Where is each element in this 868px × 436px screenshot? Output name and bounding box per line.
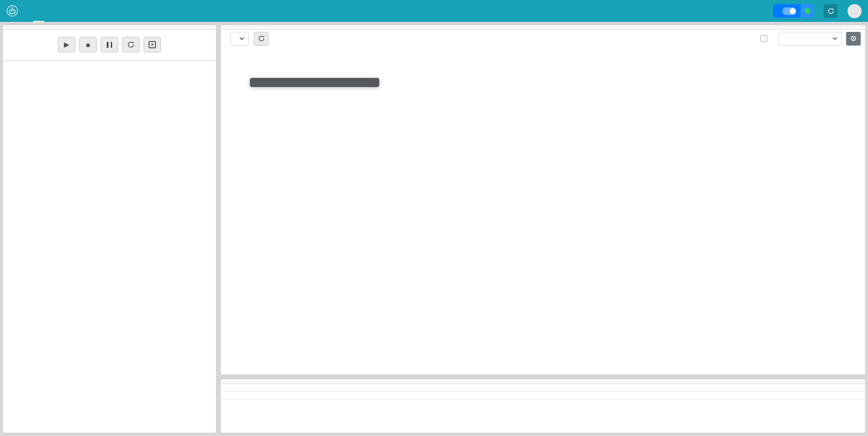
plot-config-select[interactable] xyxy=(778,32,842,46)
reload-icon xyxy=(127,41,134,48)
chart-tooltip xyxy=(250,78,379,87)
main-layout: ▶ ■ ✕ xyxy=(0,22,868,433)
pair-list[interactable] xyxy=(3,61,216,433)
robot-logo-icon xyxy=(6,5,18,17)
bot-status-segment xyxy=(801,4,814,18)
close-square-icon: ✕ xyxy=(149,41,156,48)
chart-panel: ⚙ xyxy=(220,25,866,375)
chevron-down-icon xyxy=(832,37,837,40)
open-trades-title xyxy=(221,379,865,384)
online-status-dot xyxy=(805,8,810,14)
open-trades-header-row xyxy=(221,384,865,392)
plot-settings-button[interactable]: ⚙ xyxy=(846,32,861,46)
brand[interactable] xyxy=(6,5,22,17)
pair-select[interactable] xyxy=(230,32,249,46)
play-button[interactable]: ▶ xyxy=(58,37,75,52)
play-icon: ▶ xyxy=(64,41,69,49)
chart-title xyxy=(221,25,865,30)
switch-knob xyxy=(790,8,796,14)
multi-pane-tabs xyxy=(3,57,216,61)
right-column: ⚙ xyxy=(220,25,866,433)
bot-controls: ▶ ■ ✕ xyxy=(3,30,216,57)
bot-selector[interactable] xyxy=(773,4,814,18)
bot-toggle-switch[interactable] xyxy=(782,7,796,15)
nav-link-trade[interactable] xyxy=(33,0,44,22)
reload-icon xyxy=(827,8,834,15)
chart-toolbar: ⚙ xyxy=(221,30,865,47)
open-trades-panel xyxy=(220,379,866,433)
pause-icon xyxy=(107,42,108,48)
reload-bot-button[interactable] xyxy=(824,4,837,18)
open-trades-empty-message xyxy=(221,392,865,400)
reload-icon xyxy=(258,35,265,42)
avatar[interactable] xyxy=(847,4,862,18)
stop-button[interactable]: ■ xyxy=(79,37,97,52)
refresh-chart-button[interactable] xyxy=(254,32,269,46)
price-chart-svg[interactable] xyxy=(221,57,864,367)
gear-icon: ⚙ xyxy=(850,34,857,43)
nav-link-dashboard[interactable] xyxy=(44,0,55,22)
chevron-down-icon xyxy=(239,37,244,40)
force-exit-button[interactable]: ✕ xyxy=(144,37,161,52)
nav-links xyxy=(33,0,77,22)
nav-link-chart[interactable] xyxy=(55,0,66,22)
multi-pane-panel: ▶ ■ ✕ xyxy=(2,25,217,433)
reload-config-button[interactable] xyxy=(122,37,140,52)
pause-button[interactable] xyxy=(101,37,118,52)
stop-icon: ■ xyxy=(86,41,90,49)
chart-canvas[interactable] xyxy=(221,57,865,367)
navbar xyxy=(0,0,868,22)
chart-toolbar-right: ⚙ xyxy=(760,32,861,46)
navbar-right xyxy=(773,4,862,18)
multi-pane-title xyxy=(3,25,216,30)
chart-legend xyxy=(221,47,865,57)
nav-link-logs[interactable] xyxy=(66,0,77,22)
heikin-ashi-checkbox[interactable] xyxy=(760,35,767,42)
